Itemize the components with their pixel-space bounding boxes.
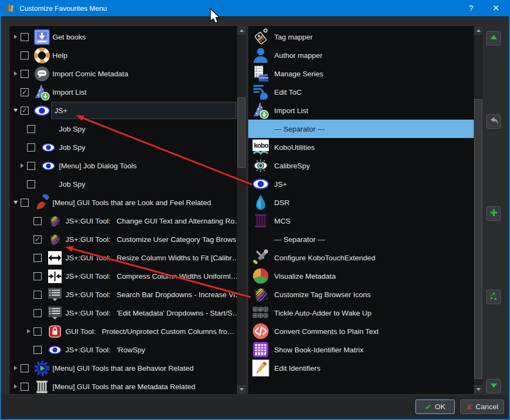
scroll-down-button[interactable] (474, 385, 482, 393)
left-scrollbar-thumb[interactable] (237, 97, 246, 168)
expander-collapsed-icon[interactable] (18, 163, 26, 168)
checkbox[interactable] (34, 254, 42, 262)
checkbox[interactable] (27, 143, 35, 152)
expander-expanded-icon[interactable] (12, 201, 19, 204)
expander-collapsed-icon[interactable] (12, 384, 19, 389)
rename-edit-box[interactable]: JS+ (51, 102, 236, 119)
checkbox[interactable] (21, 364, 29, 372)
tree-item[interactable]: Job Spy (10, 175, 237, 193)
refresh-button[interactable] (486, 290, 501, 304)
tree-item[interactable]: JS+:GUI Tool: Compress Column Widths Uni… (10, 267, 237, 285)
tree-item[interactable]: JS+:GUI Tool: 'Edit Metadata' Dropdowns … (10, 304, 237, 322)
scroll-down-button[interactable] (237, 385, 246, 393)
tree-item-label: Import Comic Metadata (51, 70, 128, 78)
rainbow-tag-icon (250, 286, 271, 303)
checkbox[interactable] (34, 272, 42, 280)
right-scrollbar[interactable] (474, 26, 483, 394)
list-item[interactable]: JS+ (248, 175, 474, 193)
tree-item[interactable]: JS+:GUI Tool: Change GUI Text and Altern… (10, 212, 237, 230)
checkbox[interactable] (27, 162, 35, 170)
move-up-button[interactable] (486, 31, 501, 45)
checkbox[interactable] (21, 383, 29, 391)
add-item-button[interactable] (486, 206, 501, 221)
list-item[interactable]: MCS (248, 212, 474, 230)
tree-item[interactable]: JS+:GUI Tool: 'RowSpy (10, 340, 237, 359)
list-item[interactable]: Edit ToC (248, 83, 474, 101)
checkbox[interactable] (21, 70, 29, 78)
list-item[interactable]: CalibreSpy (248, 156, 474, 175)
tree-item[interactable]: [Menu] Job Dialog Tools (10, 156, 237, 175)
list-item[interactable]: --- Separator --- (248, 230, 474, 248)
list-item[interactable]: Visualize Metadata (248, 267, 474, 285)
kobo-icon: kobo (250, 139, 271, 156)
checkbox[interactable] (34, 217, 42, 225)
tree-item[interactable]: Import Comic Metadata (10, 64, 237, 83)
list-item[interactable]: 1234Manage Series (248, 64, 474, 83)
tree-item[interactable]: ✓Import List (10, 83, 237, 101)
checkbox[interactable] (34, 327, 42, 336)
list-item[interactable]: Show Book-Identifier Matrix (248, 340, 474, 359)
checkbox[interactable] (34, 346, 42, 354)
cancel-button[interactable]: ✘ Cancel (460, 399, 504, 414)
expander-collapsed-icon[interactable] (12, 71, 19, 76)
checkbox[interactable]: ✓ (34, 235, 42, 244)
tree-item[interactable]: JS+:GUI Tool: Resize Column Widths to Fi… (10, 248, 237, 267)
checkbox[interactable] (34, 291, 42, 299)
tree-item[interactable]: Job Spy (10, 120, 237, 138)
expander-expanded-icon[interactable] (12, 109, 19, 112)
favourites-tree: Get booksHelpImport Comic Metadata✓Impor… (10, 28, 237, 394)
expander-collapsed-icon[interactable] (25, 329, 32, 333)
pie-chart-icon (250, 267, 271, 285)
left-scrollbar[interactable] (237, 26, 246, 394)
get-books-icon (32, 29, 51, 45)
list-item[interactable]: Tag mapper (248, 28, 474, 46)
checkbox[interactable] (21, 199, 29, 207)
list-item[interactable]: Author mapper (248, 46, 474, 64)
resize-width-icon (45, 251, 64, 265)
tree-item-label: Get books (51, 33, 86, 41)
list-item[interactable]: Import List (248, 101, 474, 120)
list-item[interactable]: koboKoboUtilities (248, 138, 474, 156)
tree-item[interactable]: [Menu] GUI Tools that are Look and Feel … (10, 193, 237, 212)
scroll-up-button[interactable] (237, 27, 246, 35)
scroll-up-button[interactable] (474, 27, 482, 35)
list-item[interactable]: Edit Identifiers (248, 359, 474, 377)
ok-button[interactable]: ✔ OK (415, 399, 455, 414)
expander-collapsed-icon[interactable] (12, 366, 19, 370)
checkbox[interactable] (21, 33, 29, 41)
tree-item[interactable]: ✓JS+:GUI Tool: Customize User Category T… (10, 230, 237, 248)
checkbox[interactable]: ✓ (21, 88, 29, 96)
undo-move-button[interactable] (486, 114, 501, 129)
close-button[interactable]: ✕ (484, 0, 508, 16)
list-item-label: Configure KoboTouchExtended (271, 254, 375, 262)
tree-item[interactable]: [Menu] GUI Tools that are Metadata Relat… (10, 377, 237, 394)
checkbox[interactable] (27, 180, 35, 188)
tree-item[interactable]: ✓JS+ (10, 101, 237, 120)
list-item[interactable]: GW1AS3Tickle Auto-Adder to Wake Up (248, 304, 474, 322)
tree-item-label: JS+:GUI Tool: Search Bar Dropdowns - Inc… (64, 291, 237, 299)
checkbox[interactable] (34, 309, 42, 317)
expander-collapsed-icon[interactable] (12, 35, 19, 39)
eye-icon (38, 159, 58, 173)
move-down-button[interactable] (486, 379, 501, 393)
tree-item[interactable]: Help (10, 46, 237, 64)
checkbox[interactable]: ✓ (21, 107, 29, 115)
help-button[interactable]: ? (459, 0, 483, 16)
list-item[interactable]: --- Separator --- (248, 120, 474, 138)
list-item[interactable]: DSR (248, 193, 474, 212)
tree-item[interactable]: JS+:GUI Tool: Search Bar Dropdowns - Inc… (10, 285, 237, 304)
checkbox[interactable] (21, 51, 29, 60)
tree-item[interactable]: GUI Tool: Protect/Unprotect Custom Colum… (10, 322, 237, 340)
checkbox[interactable] (27, 125, 35, 133)
tree-item[interactable]: Job Spy (10, 138, 237, 156)
list-item[interactable]: Customize Tag Browser Icons (248, 285, 474, 304)
manage-series-icon: 1234 (250, 65, 271, 82)
tree-item[interactable]: Get books (10, 28, 237, 46)
title-bar[interactable]: Customize Favourites Menu ? ✕ (0, 0, 510, 16)
triangle-up-icon (489, 32, 499, 44)
list-item[interactable]: Convert Comments to Plain Text (248, 322, 474, 340)
import-list-icon (250, 102, 271, 119)
tree-item[interactable]: [Menu] GUI Tools that are Behavior Relat… (10, 359, 237, 377)
right-scrollbar-thumb[interactable] (474, 99, 482, 379)
list-item[interactable]: Configure KoboTouchExtended (248, 248, 474, 267)
